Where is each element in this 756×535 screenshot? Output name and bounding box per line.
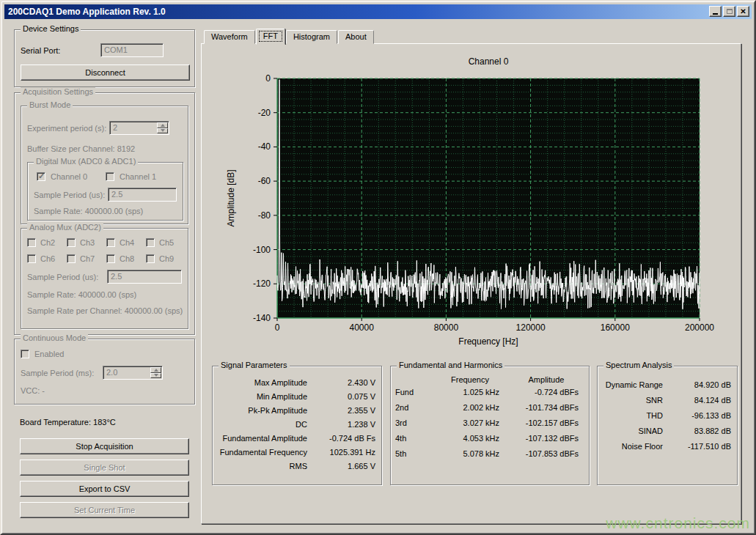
table-row: Fund1.025 kHz-0.724 dBFs bbox=[395, 384, 586, 399]
single-shot-button: Single Shot bbox=[20, 460, 189, 476]
buffer-size-label: Buffer Size per Channel: 8192 bbox=[27, 144, 135, 153]
export-to-csv-button[interactable]: Export to CSV bbox=[20, 481, 189, 497]
table-row: Dynamic Range84.920 dB bbox=[602, 377, 733, 392]
continuous-mode-group: Continuous Mode Enabled Sample Period (m… bbox=[14, 339, 195, 405]
ch9-label: Ch9 bbox=[159, 254, 174, 263]
ch5-label: Ch5 bbox=[159, 238, 174, 247]
maximize-button[interactable] bbox=[723, 6, 735, 17]
close-icon: ✕ bbox=[740, 8, 746, 15]
ch2-label: Ch2 bbox=[40, 238, 55, 247]
spin-up-icon bbox=[150, 367, 161, 373]
svg-text:80000: 80000 bbox=[434, 322, 459, 333]
minimize-button[interactable] bbox=[709, 6, 722, 17]
fft-chart: 040000800001200001600002000000-20-40-60-… bbox=[202, 44, 741, 355]
channel0-label: Channel 0 bbox=[51, 172, 87, 181]
digital-sample-period-input: 2.5 bbox=[108, 188, 177, 202]
table-row: Fundamental Amplitude-0.724 dB Fs bbox=[217, 431, 377, 445]
device-settings-group: Device Settings Serial Port: COM1 Discon… bbox=[14, 29, 195, 87]
ch7-checkbox bbox=[67, 254, 76, 263]
table-row: Noise Floor-117.510 dB bbox=[602, 438, 733, 454]
tab-waveform[interactable]: Waveform bbox=[204, 30, 255, 44]
burst-mode-legend: Burst Mode bbox=[27, 100, 73, 109]
minimize-icon bbox=[713, 13, 718, 15]
signal-parameters-legend: Signal Parameters bbox=[219, 361, 290, 369]
svg-text:-60: -60 bbox=[258, 176, 271, 186]
spectrum-analysis-legend: Spectrum Analysis bbox=[603, 361, 674, 369]
watermark: www.cntronics.com bbox=[606, 514, 750, 532]
ch4-checkbox bbox=[106, 238, 115, 247]
ch5-checkbox bbox=[146, 238, 155, 247]
enabled-label: Enabled bbox=[34, 350, 64, 358]
tab-about[interactable]: About bbox=[338, 30, 374, 44]
svg-text:40000: 40000 bbox=[350, 322, 375, 333]
svg-text:160000: 160000 bbox=[601, 322, 630, 333]
harmonics-rows: Fund1.025 kHz-0.724 dBFs2nd2.002 kHz-101… bbox=[395, 384, 586, 461]
signal-parameters-table: Max Amplitude2.430 VMin Amplitude0.075 V… bbox=[217, 375, 377, 473]
window-controls: ✕ bbox=[709, 6, 749, 17]
tab-strip: Waveform FFT Histogram About bbox=[204, 30, 375, 45]
digital-mux-legend: Digital Mux (ADC0 & ADC1) bbox=[34, 157, 138, 166]
maximize-icon bbox=[727, 9, 733, 14]
table-row: Max Amplitude2.430 V bbox=[217, 375, 377, 389]
window-title: 200CDAQ1 Demo Application Rev. 1.0 bbox=[8, 7, 166, 17]
table-row: 2nd2.002 kHz-101.734 dBFs bbox=[395, 399, 586, 415]
ch3-label: Ch3 bbox=[80, 238, 95, 247]
svg-text:-140: -140 bbox=[253, 313, 271, 323]
table-row: 5th5.078 kHz-107.853 dBFs bbox=[395, 446, 586, 461]
experiment-period-label: Experiment period (s): bbox=[27, 124, 106, 133]
spin-up-icon bbox=[157, 122, 168, 128]
experiment-period-stepper: 2 bbox=[109, 121, 169, 135]
close-button[interactable]: ✕ bbox=[737, 6, 749, 17]
ch7-label: Ch7 bbox=[80, 254, 95, 263]
analog-sample-rate-label: Sample Rate: 400000.00 (sps) bbox=[27, 290, 136, 299]
svg-text:-20: -20 bbox=[258, 108, 271, 118]
digital-sample-period-label: Sample Period (us): bbox=[34, 191, 105, 199]
svg-text:120000: 120000 bbox=[516, 322, 546, 333]
serial-port-label: Serial Port: bbox=[21, 46, 60, 55]
table-row: Pk-Pk Amplitude2.355 V bbox=[217, 403, 377, 417]
continuous-sample-period-label: Sample Period (ms): bbox=[21, 369, 94, 377]
channel1-label: Channel 1 bbox=[120, 172, 156, 181]
burst-mode-group: Burst Mode Experiment period (s): 2 Buff… bbox=[21, 106, 188, 224]
tab-histogram[interactable]: Histogram bbox=[286, 30, 337, 44]
experiment-period-spin bbox=[157, 122, 168, 133]
ch8-checkbox bbox=[106, 254, 115, 263]
svg-text:200000: 200000 bbox=[685, 322, 714, 333]
analog-sample-rate-per-channel-label: Sample Rate per Channel: 400000.00 (sps) bbox=[27, 306, 183, 315]
tab-fft[interactable]: FFT bbox=[256, 29, 285, 45]
spin-down-icon bbox=[157, 128, 168, 134]
ch2-checkbox bbox=[27, 238, 36, 247]
svg-text:-40: -40 bbox=[258, 141, 271, 152]
svg-text:-120: -120 bbox=[253, 278, 271, 289]
acquisition-settings-legend: Acquisition Settings bbox=[21, 87, 95, 96]
analog-sample-period-label: Sample Period (us): bbox=[27, 273, 98, 281]
svg-text:0: 0 bbox=[275, 322, 280, 333]
spectrum-analysis-table: Dynamic Range84.920 dBSNR84.124 dBTHD-96… bbox=[602, 377, 733, 454]
channel0-checkbox bbox=[37, 172, 45, 181]
device-settings-legend: Device Settings bbox=[21, 24, 81, 33]
table-row: RMS1.665 V bbox=[217, 459, 377, 473]
table-row: THD-96.133 dB bbox=[602, 407, 733, 423]
disconnect-button[interactable]: Disconnect bbox=[21, 64, 190, 81]
svg-text:Frequency [Hz]: Frequency [Hz] bbox=[458, 336, 518, 347]
set-current-time-button: Set Current Time bbox=[20, 502, 189, 518]
svg-text:-80: -80 bbox=[258, 210, 271, 221]
acquisition-settings-group: Acquisition Settings Burst Mode Experime… bbox=[14, 92, 195, 335]
title-bar[interactable]: 200CDAQ1 Demo Application Rev. 1.0 ✕ bbox=[4, 4, 752, 19]
amplitude-column-header: Amplitude bbox=[507, 375, 586, 384]
ch6-label: Ch6 bbox=[40, 254, 55, 263]
ch4-label: Ch4 bbox=[120, 238, 134, 247]
harmonics-group: Fundamental and Harmonics Frequency Ampl… bbox=[390, 366, 590, 485]
ch6-checkbox bbox=[27, 254, 36, 263]
harmonics-table: Frequency Amplitude Fund1.025 kHz-0.724 … bbox=[395, 375, 586, 461]
stop-acquisition-button[interactable]: Stop Acquisition bbox=[20, 438, 189, 454]
svg-text:Channel 0: Channel 0 bbox=[469, 56, 509, 67]
continuous-period-spin bbox=[150, 367, 161, 378]
svg-text:-100: -100 bbox=[253, 245, 271, 255]
ch9-checkbox bbox=[146, 254, 155, 263]
digital-sample-rate-label: Sample Rate: 400000.00 (sps) bbox=[34, 207, 143, 215]
harmonics-header: Frequency Amplitude bbox=[395, 375, 586, 384]
app-window: 200CDAQ1 Demo Application Rev. 1.0 ✕ Dev… bbox=[0, 0, 756, 535]
continuous-sample-period-stepper: 2.0 bbox=[103, 366, 163, 380]
spin-down-icon bbox=[150, 373, 161, 379]
